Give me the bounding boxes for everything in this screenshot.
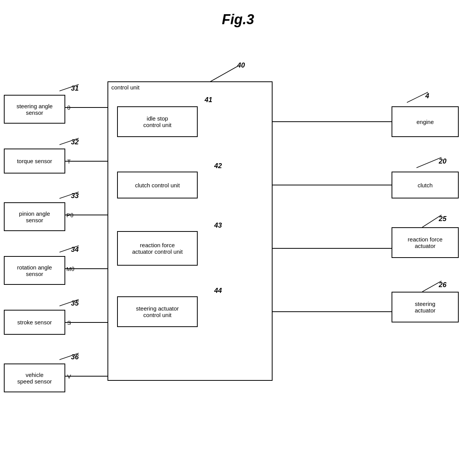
main-ref-label: 40 [237,61,245,69]
comp-20-ref: 20 [439,157,446,165]
sensor-steering-angle: steering anglesensor [4,95,65,124]
component-clutch: clutch [392,172,459,198]
sensor-34-ref: 34 [71,246,79,254]
sub-44-ref: 44 [214,287,222,295]
sensor-31-ref: 31 [71,84,79,93]
signal-Mtheta: Mθ [66,266,74,272]
sub-unit-steering-actuator: steering actuatorcontrol unit [117,296,198,327]
component-steering-actuator: steeringactuator [392,292,459,322]
sub-unit-clutch: clutch control unit [117,172,198,198]
sensor-vehicle-speed: vehiclespeed sensor [4,364,65,392]
signal-Ptheta: Pθ [66,212,73,218]
sensor-stroke: stroke sensor [4,310,65,335]
sub-43-ref: 43 [214,221,222,230]
sub-41-ref: 41 [205,96,212,104]
sensor-pinion-angle: pinion anglesensor [4,202,65,231]
sub-unit-idle-stop: idle stopcontrol unit [117,106,198,137]
diagram-container: 40 control unit steering anglesensor 31 … [0,35,476,471]
component-engine: engine [392,106,459,137]
sensor-rotation-angle: rotation anglesensor [4,256,65,285]
sensor-33-ref: 33 [71,192,79,200]
signal-S: S [67,319,71,326]
comp-4-ref: 4 [425,92,429,100]
sensor-35-ref: 35 [71,299,79,307]
component-reaction-force-actuator: reaction forceactuator [392,227,459,258]
signal-T: T [67,158,71,165]
page-title: Fig.3 [0,0,476,28]
signal-V: V [67,373,71,380]
control-unit-label: control unit [111,84,139,91]
sub-42-ref: 42 [214,162,222,170]
sensor-torque: torque sensor [4,149,65,174]
comp-26-ref: 26 [439,281,446,289]
sensor-36-ref: 36 [71,353,79,361]
signal-theta: θ [67,104,70,111]
sub-unit-reaction-force: reaction forceactuator control unit [117,231,198,266]
sensor-32-ref: 32 [71,138,79,146]
comp-25-ref: 25 [439,215,446,223]
